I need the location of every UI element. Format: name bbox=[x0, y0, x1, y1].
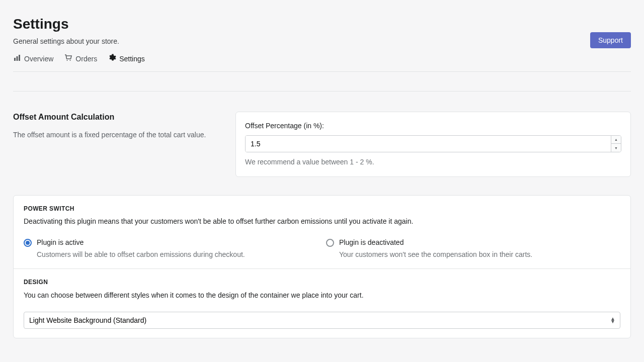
settings-card: POWER SWITCH Deactivating this plugin me… bbox=[13, 195, 631, 338]
design-section: DESIGN You can choose between different … bbox=[14, 268, 630, 337]
tab-overview[interactable]: Overview bbox=[13, 54, 53, 65]
tab-label: Overview bbox=[24, 54, 53, 64]
design-description: You can choose between different styles … bbox=[24, 291, 620, 301]
bar-chart-icon bbox=[13, 54, 21, 65]
svg-point-3 bbox=[67, 60, 68, 61]
radio-plugin-active[interactable]: Plugin is active Customers will be able … bbox=[24, 238, 318, 259]
offset-hint: We recommend a value between 1 - 2 %. bbox=[245, 157, 621, 167]
power-switch-description: Deactivating this plugin means that your… bbox=[24, 217, 620, 227]
tab-settings[interactable]: Settings bbox=[108, 54, 145, 65]
radio-label: Plugin is deactivated bbox=[339, 238, 532, 248]
page-title: Settings bbox=[13, 14, 119, 34]
svg-rect-2 bbox=[19, 55, 20, 61]
spinner: ▲ ▼ bbox=[611, 136, 621, 152]
radio-plugin-deactivated[interactable]: Plugin is deactivated Your customers won… bbox=[326, 238, 620, 259]
tabs: Overview Orders Settings bbox=[13, 54, 631, 72]
power-switch-section: POWER SWITCH Deactivating this plugin me… bbox=[14, 196, 630, 269]
tab-orders[interactable]: Orders bbox=[64, 54, 97, 65]
offset-card: Offset Percentage (in %): ▲ ▼ We recomme… bbox=[235, 112, 631, 176]
step-up-button[interactable]: ▲ bbox=[611, 136, 621, 144]
power-switch-heading: POWER SWITCH bbox=[24, 205, 620, 213]
svg-rect-1 bbox=[17, 56, 18, 61]
design-select[interactable]: Light Website Background (Standard) bbox=[24, 312, 620, 329]
radio-sublabel: Your customers won't see the compensatio… bbox=[339, 250, 532, 260]
offset-heading: Offset Amount Calculation bbox=[13, 112, 224, 123]
page-subtitle: General settings about your store. bbox=[13, 37, 119, 47]
svg-point-4 bbox=[70, 60, 71, 61]
radio-icon bbox=[326, 239, 334, 247]
tab-label: Orders bbox=[75, 54, 97, 64]
design-heading: DESIGN bbox=[24, 278, 620, 287]
radio-icon bbox=[24, 239, 32, 247]
gear-icon bbox=[108, 54, 116, 65]
svg-rect-0 bbox=[14, 58, 16, 61]
divider bbox=[13, 91, 631, 92]
offset-description: The offset amount is a fixed percentage … bbox=[13, 130, 224, 140]
cart-icon bbox=[64, 54, 72, 65]
step-down-button[interactable]: ▼ bbox=[611, 144, 621, 152]
tab-label: Settings bbox=[119, 54, 145, 64]
radio-sublabel: Customers will be able to offset carbon … bbox=[37, 250, 245, 260]
offset-percentage-input[interactable] bbox=[246, 136, 611, 152]
support-button[interactable]: Support bbox=[590, 32, 631, 48]
offset-section: Offset Amount Calculation The offset amo… bbox=[13, 112, 631, 176]
offset-field-label: Offset Percentage (in %): bbox=[245, 121, 621, 131]
radio-label: Plugin is active bbox=[37, 238, 245, 248]
